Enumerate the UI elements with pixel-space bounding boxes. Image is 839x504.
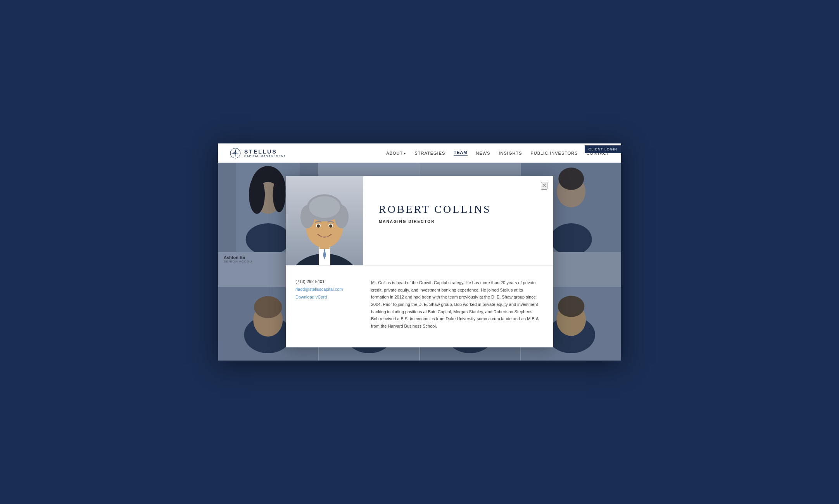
svg-marker-3: [231, 152, 235, 154]
modal-contact: (713) 292-5401 rladd@stelluscapital.com …: [286, 273, 363, 336]
svg-point-46: [329, 224, 332, 228]
nav-news[interactable]: NEWS: [476, 151, 490, 155]
client-login-button[interactable]: CLIENT LOGIN: [585, 145, 621, 153]
nav-team[interactable]: TEAM: [454, 150, 467, 156]
nav-strategies[interactable]: STRATEGIES: [414, 151, 445, 155]
svg-marker-1: [235, 149, 236, 153]
modal-top-section: ✕ ROBERT COLLINS MANAGING DIRECTOR: [286, 176, 553, 265]
page-background: Ashton Ba SENIOR ACCOU ERATIONS: [218, 163, 621, 361]
vcard-link[interactable]: Download vCard: [295, 295, 354, 299]
person-photo: [286, 176, 363, 265]
logo-text: STELLUS CAPITAL MANAGEMENT: [244, 148, 286, 157]
nav-about[interactable]: ABOUT: [386, 151, 406, 155]
svg-marker-4: [236, 152, 240, 154]
nav-public-investors[interactable]: PUBLIC INVESTORS: [530, 151, 578, 155]
svg-point-5: [235, 152, 236, 154]
person-name: ROBERT COLLINS: [379, 203, 538, 216]
email-link[interactable]: rladd@stelluscapital.com: [295, 287, 354, 292]
close-button[interactable]: ✕: [541, 182, 547, 190]
modal-header: ✕ ROBERT COLLINS MANAGING DIRECTOR: [363, 176, 553, 265]
svg-point-42: [309, 196, 340, 218]
phone-number: (713) 292-5401: [295, 279, 354, 284]
compass-icon: [230, 147, 241, 159]
robert-collins-photo: [286, 176, 363, 265]
modal-bio: Mr. Collins is head of the Growth Capita…: [363, 273, 553, 336]
navigation: STELLUS CAPITAL MANAGEMENT ABOUT STRATEG…: [218, 143, 621, 163]
modal-bottom-section: (713) 292-5401 rladd@stelluscapital.com …: [286, 265, 553, 347]
nav-links: ABOUT STRATEGIES TEAM NEWS INSIGHTS PUBL…: [386, 150, 609, 156]
person-title: MANAGING DIRECTOR: [379, 219, 538, 224]
person-modal: ✕ ROBERT COLLINS MANAGING DIRECTOR (713)…: [286, 176, 553, 347]
svg-marker-2: [235, 154, 236, 157]
svg-point-45: [317, 224, 320, 228]
browser-window: STELLUS CAPITAL MANAGEMENT ABOUT STRATEG…: [218, 143, 621, 361]
logo: STELLUS CAPITAL MANAGEMENT: [230, 147, 286, 159]
logo-subtitle: CAPITAL MANAGEMENT: [244, 155, 286, 157]
nav-insights[interactable]: INSIGHTS: [499, 151, 522, 155]
logo-name: STELLUS: [244, 148, 286, 155]
bio-text: Mr. Collins is head of the Growth Capita…: [371, 279, 542, 330]
